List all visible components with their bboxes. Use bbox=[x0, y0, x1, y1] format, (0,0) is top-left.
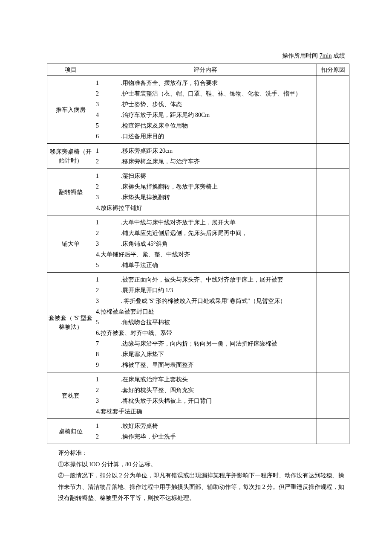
line-text: .将枕头放于床头棉被上，开口背门 bbox=[121, 396, 316, 405]
line-number: 2 bbox=[95, 182, 121, 191]
content-cell: 1.用物准备齐全、摆放有序，符合要求2.护士着装整洁（衣、帽、口罩、鞋、袜、饰物… bbox=[94, 76, 317, 144]
content-line: 1.移床旁桌距床 20cm bbox=[95, 145, 316, 156]
header-line: 操作所用时间 7min 成绩 bbox=[47, 51, 349, 60]
line-text: .展开床尾开口约 1/3 bbox=[121, 286, 316, 295]
reason-cell bbox=[317, 419, 349, 444]
line-number: 8 bbox=[95, 350, 121, 359]
line-number: 6 bbox=[95, 132, 121, 141]
project-cell: 套被套（"S"型套棉被法） bbox=[47, 273, 94, 372]
content-line: 1.被套正面向外，被头与床头齐、中线对齐放于床上，展开被套 bbox=[95, 274, 316, 285]
table-row: 推车入病房1.用物准备齐全、摆放有序，符合要求2.护士着装整洁（衣、帽、口罩、鞋… bbox=[47, 76, 349, 144]
line-number: 1 bbox=[95, 275, 121, 284]
content-line: 1.在床尾或治疗车上套枕头 bbox=[95, 374, 316, 385]
line-text: .移床旁椅至床尾，与治疗车齐 bbox=[121, 157, 316, 166]
footer-line2: ②一般情况下，扣分以 2 分为单位，即凡有错误或出现漏掉某程序并影响下一程序时、… bbox=[58, 470, 345, 504]
line-text: .治疗车放于床尾，距床尾约 80Cm bbox=[121, 110, 316, 119]
line-number: 3 bbox=[95, 296, 121, 305]
reason-cell bbox=[317, 273, 349, 372]
line-number: 9 bbox=[95, 360, 121, 369]
footer-line1: ①本操作以 IOO 分计算，80 分达标。 bbox=[58, 459, 345, 471]
content-cell: 1.被套正面向外，被头与床头齐、中线对齐放于床上，展开被套2.展开床尾开口约 1… bbox=[94, 273, 317, 372]
project-cell: 桌椅归位 bbox=[47, 419, 94, 444]
line-text: .棉被平整、里面与表面整齐 bbox=[121, 360, 316, 369]
line-number: 1 bbox=[95, 218, 121, 227]
footer-notes: 评分标准： ①本操作以 IOO 分计算，80 分达标。 ②一般情况下，扣分以 2… bbox=[47, 447, 349, 504]
content-cell: 1.大单中线与床中线对齐放于床上，展开大单2.铺大单应先近侧后远侧，先床头后床尾… bbox=[94, 215, 317, 273]
content-line: 3.将枕头放于床头棉被上，开口背门 bbox=[95, 395, 316, 406]
line-number: 1 bbox=[95, 375, 121, 384]
content-cell: 1.湿扫床褥2.床褥头尾掉换翻转，卷放于床旁椅上3.床垫头尾掉换翻转4.放床褥拉… bbox=[94, 169, 317, 215]
content-line: 1.大单中线与床中线对齐放于床上，展开大单 bbox=[95, 217, 316, 228]
line-number: 3 bbox=[95, 396, 121, 405]
line-number: 7 bbox=[95, 339, 121, 348]
reason-cell bbox=[317, 215, 349, 273]
table-row: 移床旁桌椅（开始计时）1.移床旁桌距床 20cm2.移床旁椅至床尾，与治疗车齐 bbox=[47, 144, 349, 169]
line-text: .用物准备齐全、摆放有序，符合要求 bbox=[121, 78, 316, 87]
reason-cell bbox=[317, 144, 349, 169]
line-number: 5 bbox=[95, 121, 121, 130]
content-line: 2.护士着装整洁（衣、帽、口罩、鞋、袜、饰物、化妆、洗手、指甲） bbox=[95, 88, 316, 99]
line-text: .口述备用床目的 bbox=[121, 132, 316, 141]
content-line: 3.床角铺成 45°斜角 bbox=[95, 238, 316, 249]
line-text: .护士姿势、步伐、体态 bbox=[121, 100, 316, 109]
content-line: 2.套好的枕头平整、四角充实 bbox=[95, 385, 316, 395]
content-line: 4.治疗车放于床尾，距床尾约 80Cm bbox=[95, 110, 316, 120]
content-line: 4.大单铺好后平、紧、整、中线对齐 bbox=[95, 249, 316, 260]
line-text: .边缘与床沿平齐，向内折；转向另一侧，同法折好床缘棉被 bbox=[121, 339, 316, 348]
line-number: 3 bbox=[95, 100, 121, 109]
content-line: 6.拉齐被套、对齐中线、系带 bbox=[95, 328, 316, 338]
line-number: 5 bbox=[95, 261, 121, 270]
table-row: 铺大单1.大单中线与床中线对齐放于床上，展开大单2.铺大单应先近侧后远侧，先床头… bbox=[47, 215, 349, 273]
table-row: 翻转褥垫1.湿扫床褥2.床褥头尾掉换翻转，卷放于床旁椅上3.床垫头尾掉换翻转4.… bbox=[47, 169, 349, 215]
line-number: 2 bbox=[95, 157, 121, 166]
content-cell: 1.放好床旁桌椅2.操作完毕，护士洗手 bbox=[94, 419, 317, 444]
line-number: 3 bbox=[95, 239, 121, 248]
reason-cell bbox=[317, 372, 349, 419]
line-number: 1 bbox=[95, 171, 121, 180]
content-line: 1.放好床旁桌椅 bbox=[95, 421, 316, 431]
line-text: .大单中线与床中线对齐放于床上，展开大单 bbox=[121, 218, 316, 227]
project-cell: 移床旁桌椅（开始计时） bbox=[47, 144, 94, 169]
table-header-row: 项目 评分内容 扣分原因 bbox=[47, 64, 349, 76]
line-number: 2 bbox=[95, 229, 121, 238]
line-text: .床褥头尾掉换翻转，卷放于床旁椅上 bbox=[121, 182, 316, 191]
line-number: 2 bbox=[95, 286, 121, 295]
col-reason: 扣分原因 bbox=[317, 64, 349, 76]
line-text: . 将折叠成"S"形的棉被放入开口处或采用"卷筒式"（见暂空床） bbox=[121, 296, 316, 305]
content-cell: 1.移床旁桌距床 20cm2.移床旁椅至床尾，与治疗车齐 bbox=[94, 144, 317, 169]
content-line: 7.边缘与床沿平齐，向内折；转向另一侧，同法折好床缘棉被 bbox=[95, 338, 316, 349]
line-number: 4 bbox=[95, 110, 121, 119]
line-number: 2 bbox=[95, 432, 121, 441]
content-line: 3.护士姿势、步伐、体态 bbox=[95, 99, 316, 110]
content-line: 2.铺大单应先近侧后远侧，先床头后床尾再中间， bbox=[95, 228, 316, 238]
line-text: .检查评估床及床单位用物 bbox=[121, 121, 316, 130]
line-number: 1 bbox=[95, 78, 121, 87]
scoring-table: 项目 评分内容 扣分原因 推车入病房1.用物准备齐全、摆放有序，符合要求2.护士… bbox=[47, 64, 349, 444]
content-line: 2.床褥头尾掉换翻转，卷放于床旁椅上 bbox=[95, 181, 316, 192]
content-line: 2.移床旁椅至床尾，与治疗车齐 bbox=[95, 156, 316, 167]
line-number: 1 bbox=[95, 146, 121, 155]
content-line: 3. 将折叠成"S"形的棉被放入开口处或采用"卷筒式"（见暂空床） bbox=[95, 296, 316, 306]
content-line: 4.套枕套手法正确 bbox=[95, 406, 316, 417]
line-text: .角线吻合拉平棉被 bbox=[121, 318, 316, 327]
line-text: .铺单手法正确 bbox=[121, 261, 316, 270]
table-row: 桌椅归位1.放好床旁桌椅2.操作完毕，护士洗手 bbox=[47, 419, 349, 444]
line-text: .被套正面向外，被头与床头齐、中线对齐放于床上，展开被套 bbox=[121, 275, 316, 284]
content-line: 4.拉棉被至被套封口处 bbox=[95, 306, 316, 317]
content-line: 5.铺单手法正确 bbox=[95, 260, 316, 270]
content-cell: 1.在床尾或治疗车上套枕头2.套好的枕头平整、四角充实3.将枕头放于床头棉被上，… bbox=[94, 372, 317, 419]
col-project: 项目 bbox=[47, 64, 94, 76]
line-text: .床尾塞入床垫下 bbox=[121, 350, 316, 359]
reason-cell bbox=[317, 169, 349, 215]
content-line: 4.放床褥拉平铺好 bbox=[95, 203, 316, 213]
content-line: 8.床尾塞入床垫下 bbox=[95, 349, 316, 360]
line-text: .铺大单应先近侧后远侧，先床头后床尾再中间， bbox=[121, 229, 316, 238]
project-cell: 套枕套 bbox=[47, 372, 94, 419]
line-text: .操作完毕，护士洗手 bbox=[121, 432, 316, 441]
line-number: 2 bbox=[95, 89, 121, 98]
line-text: .护士着装整洁（衣、帽、口罩、鞋、袜、饰物、化妆、洗手、指甲） bbox=[121, 89, 316, 98]
project-cell: 铺大单 bbox=[47, 215, 94, 273]
content-line: 6.口述备用床目的 bbox=[95, 131, 316, 142]
line-number: 2 bbox=[95, 386, 121, 395]
content-line: 9.棉被平整、里面与表面整齐 bbox=[95, 360, 316, 370]
